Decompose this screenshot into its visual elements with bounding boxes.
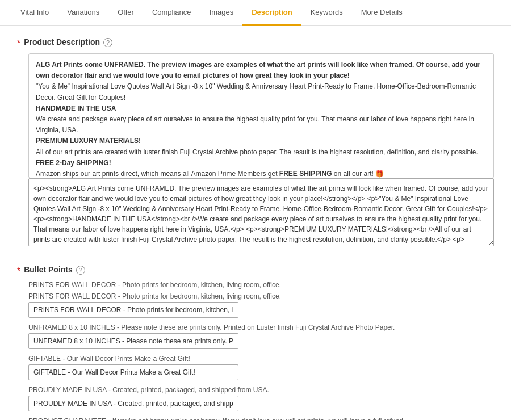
- bullet-points-help-icon[interactable]: ?: [76, 266, 85, 275]
- tab-variations[interactable]: Variations: [58, 0, 108, 26]
- product-description-section: * Product Description ? ALG Art Prints c…: [17, 37, 494, 248]
- bullet-input-2[interactable]: [28, 333, 238, 349]
- tab-vital-info[interactable]: Vital Info: [11, 0, 58, 26]
- bullet-input-4[interactable]: [28, 396, 238, 411]
- bullet-input-1[interactable]: [28, 302, 238, 318]
- tab-more-details[interactable]: More Details: [352, 0, 412, 26]
- bullet-points-title: Bullet Points: [24, 265, 73, 274]
- bullet-points-hint: PRINTS FOR WALL DECOR - Photo prints for…: [28, 281, 494, 289]
- bullet-label-5: PRODUCT GUARANTEE - If you're not happy,…: [28, 417, 494, 420]
- product-description-title: Product Description: [24, 37, 100, 47]
- required-indicator: *: [17, 39, 20, 49]
- tab-offer[interactable]: Offer: [108, 0, 143, 26]
- bullet-points-section: * Bullet Points ? PRINTS FOR WALL DECOR …: [17, 265, 494, 420]
- main-content: * Product Description ? ALG Art Prints c…: [0, 26, 511, 420]
- product-description-header: * Product Description ?: [17, 37, 494, 49]
- tab-images[interactable]: Images: [200, 0, 243, 26]
- product-description-display: ALG Art Prints come UNFRAMED. The previe…: [28, 53, 494, 178]
- product-description-textarea[interactable]: <p><strong>ALG Art Prints come UNFRAMED.…: [28, 178, 494, 246]
- bullet-label-3: GIFTABLE - Our Wall Decor Prints Make a …: [28, 355, 494, 363]
- bullet-item-3: GIFTABLE - Our Wall Decor Prints Make a …: [28, 355, 494, 380]
- bullet-item-2: UNFRAMED 8 x 10 INCHES - Please note the…: [28, 324, 494, 349]
- bullet-points-header: * Bullet Points ?: [17, 265, 494, 276]
- bullet-label-4: PROUDLY MADE IN USA - Created, printed, …: [28, 386, 494, 394]
- bullet-item-4: PROUDLY MADE IN USA - Created, printed, …: [28, 386, 494, 411]
- bullet-item-5: PRODUCT GUARANTEE - If you're not happy,…: [28, 417, 494, 420]
- tab-compliance[interactable]: Compliance: [143, 0, 200, 26]
- product-description-help-icon[interactable]: ?: [103, 38, 112, 47]
- bullet-label-2: UNFRAMED 8 x 10 INCHES - Please note the…: [28, 324, 494, 331]
- bullet-label-1: PRINTS FOR WALL DECOR - Photo prints for…: [28, 292, 494, 300]
- bullet-item-1: PRINTS FOR WALL DECOR - Photo prints for…: [28, 292, 494, 318]
- bullet-input-3[interactable]: [28, 364, 238, 380]
- bullet-required-indicator: *: [17, 266, 20, 276]
- tab-description[interactable]: Description: [242, 0, 301, 26]
- nav-tabs: Vital Info Variations Offer Compliance I…: [0, 0, 511, 26]
- tab-keywords[interactable]: Keywords: [301, 0, 352, 26]
